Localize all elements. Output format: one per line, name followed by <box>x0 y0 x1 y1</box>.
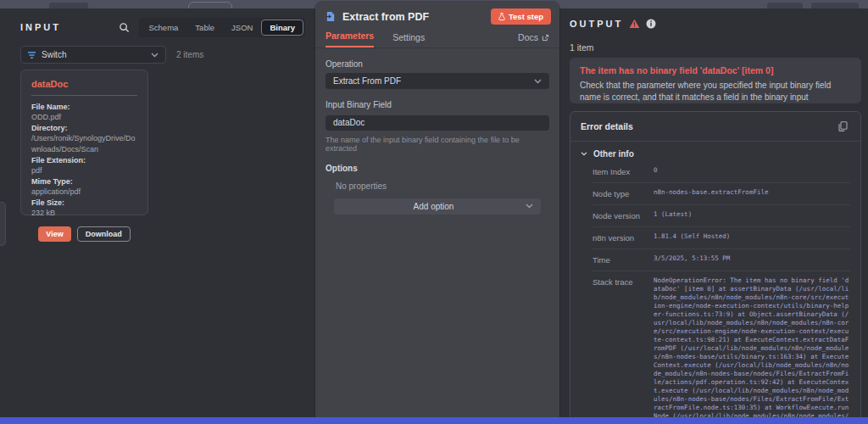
detail-label: Time <box>593 254 654 265</box>
node-header: Extract from PDF Test step <box>315 2 559 25</box>
binary-field-help: The name of the input binary field conta… <box>326 136 549 153</box>
binary-meta-label: File Extension: <box>31 155 137 165</box>
detail-row-n8n-version: n8n version 1.81.4 (Self Hosted) <box>593 227 850 249</box>
tab-parameters[interactable]: Parameters <box>326 31 374 47</box>
output-panel: OUTPUT 1 item The item has no binary fie… <box>559 8 868 417</box>
options-empty-text: No properties <box>336 181 549 191</box>
error-detail-rows: Item Index 0 Node type n8n-nodes-base.ex… <box>570 161 860 422</box>
binary-meta-value: /Users/ronik/SynologyDrive/Downloads/Doc… <box>31 133 137 153</box>
binary-meta-label: Mime Type: <box>31 176 137 187</box>
test-step-button[interactable]: Test step <box>491 8 551 25</box>
flask-icon <box>498 13 505 20</box>
detail-row-stack-trace: Stack trace NodeOperationError: The item… <box>593 271 850 422</box>
binary-meta-value: ODD.pdf <box>31 112 137 122</box>
binary-field-name: dataDoc <box>31 79 137 89</box>
binary-field-input[interactable] <box>326 115 549 131</box>
detail-value: 1 (Latest) <box>654 210 850 220</box>
detail-label: Item Index <box>593 166 654 176</box>
detail-label: n8n version <box>593 232 654 243</box>
test-step-label: Test step <box>509 12 543 21</box>
node-tab-bar: Parameters Settings Docs <box>315 25 559 48</box>
error-message-box: The item has no binary field 'dataDoc' [… <box>570 58 861 103</box>
error-details-card: Error details Other info Item Index 0 No… <box>570 111 861 422</box>
binary-meta-value: application/pdf <box>31 187 137 197</box>
other-info-title: Other info <box>593 149 634 159</box>
tab-binary[interactable]: Binary <box>261 20 303 36</box>
detail-value: n8n-nodes-base.extractFromFile <box>654 188 850 198</box>
detail-value: NodeOperationError: The item has no bina… <box>654 276 850 422</box>
input-node-selector[interactable]: Switch <box>20 46 166 64</box>
node-parameters-body: Operation Extract From PDF Input Binary … <box>315 48 559 215</box>
topbar-partial-button-right2 <box>811 3 859 8</box>
operation-value: Extract From PDF <box>333 76 534 86</box>
error-details-header: Error details <box>570 112 860 142</box>
add-option-select[interactable]: Add option <box>334 198 541 215</box>
binary-meta-value: 232 kB <box>31 208 137 218</box>
detail-label: Node version <box>593 210 654 220</box>
ndv-bottom-accent-bar <box>0 417 868 424</box>
tab-settings[interactable]: Settings <box>392 32 425 47</box>
info-icon[interactable] <box>646 19 656 29</box>
operation-select[interactable]: Extract From PDF <box>326 73 549 89</box>
card-divider <box>31 95 137 96</box>
options-label: Options <box>326 164 549 173</box>
external-link-icon <box>542 34 549 42</box>
warning-icon <box>629 19 640 29</box>
panel-resize-handle[interactable] <box>0 202 6 246</box>
other-info-toggle[interactable]: Other info <box>570 142 860 161</box>
input-items-count: 2 items <box>176 50 203 59</box>
add-option-label: Add option <box>342 202 526 211</box>
binary-data-card: dataDoc File Name: ODD.pdf Directory: /U… <box>20 70 148 215</box>
binary-meta-label: Directory: <box>31 123 137 133</box>
detail-value: 0 <box>654 166 850 176</box>
node-detail-panel: Extract from PDF Test step Parameters Se… <box>315 2 559 417</box>
input-panel-title: INPUT <box>20 22 61 32</box>
binary-meta-label: File Size: <box>31 198 137 208</box>
detail-row-node-type: Node type n8n-nodes-base.extractFromFile <box>593 183 850 205</box>
view-button[interactable]: View <box>38 226 70 242</box>
extract-from-file-node-icon <box>326 11 337 22</box>
binary-meta-value: pdf <box>31 165 137 176</box>
detail-value: 1.81.4 (Self Hosted) <box>654 232 850 243</box>
tab-schema[interactable]: Schema <box>141 20 187 36</box>
operation-label: Operation <box>326 59 549 69</box>
binary-field-label: Input Binary Field <box>326 100 549 109</box>
input-view-tab-group: Schema Table JSON Binary <box>139 18 306 37</box>
topbar-partial-button <box>188 2 232 8</box>
copy-icon[interactable] <box>835 119 850 134</box>
topbar-partial-button-right1 <box>767 3 803 8</box>
error-details-title: Error details <box>581 121 835 131</box>
detail-value: 3/5/2025, 5:13:55 PM <box>654 254 850 265</box>
input-panel: INPUT Schema Table JSON Binary Switch 2 … <box>0 8 315 417</box>
switch-node-icon <box>28 51 36 59</box>
tab-json[interactable]: JSON <box>223 20 261 36</box>
detail-row-item-index: Item Index 0 <box>593 161 850 183</box>
output-panel-header: OUTPUT <box>570 19 656 29</box>
output-items-count: 1 item <box>570 42 594 53</box>
input-node-selector-value: Switch <box>42 50 151 59</box>
detail-label: Node type <box>593 188 654 198</box>
detail-row-node-version: Node version 1 (Latest) <box>593 205 850 227</box>
chevron-down-icon <box>526 204 533 209</box>
tab-table[interactable]: Table <box>186 20 223 36</box>
search-icon[interactable] <box>117 20 132 35</box>
docs-label: Docs <box>518 32 538 42</box>
error-title: The item has no binary field 'dataDoc' [… <box>580 65 851 75</box>
output-panel-title: OUTPUT <box>570 19 623 29</box>
topbar-partial-pill <box>49 3 88 8</box>
binary-meta-label: File Name: <box>31 102 137 112</box>
error-description: Check that the parameter where you speci… <box>580 80 851 103</box>
chevron-down-icon <box>151 53 159 58</box>
chevron-down-icon <box>534 79 542 84</box>
node-title: Extract from PDF <box>342 11 491 23</box>
download-button[interactable]: Download <box>77 226 131 242</box>
input-panel-header: INPUT Schema Table JSON Binary <box>20 19 305 36</box>
chevron-down-icon <box>581 152 587 156</box>
detail-row-time: Time 3/5/2025, 5:13:55 PM <box>593 249 850 271</box>
binary-card-buttons: View Download <box>31 226 137 242</box>
docs-link[interactable]: Docs <box>518 32 549 47</box>
input-node-selector-row: Switch 2 items <box>20 46 305 64</box>
detail-label: Stack trace <box>593 276 654 422</box>
